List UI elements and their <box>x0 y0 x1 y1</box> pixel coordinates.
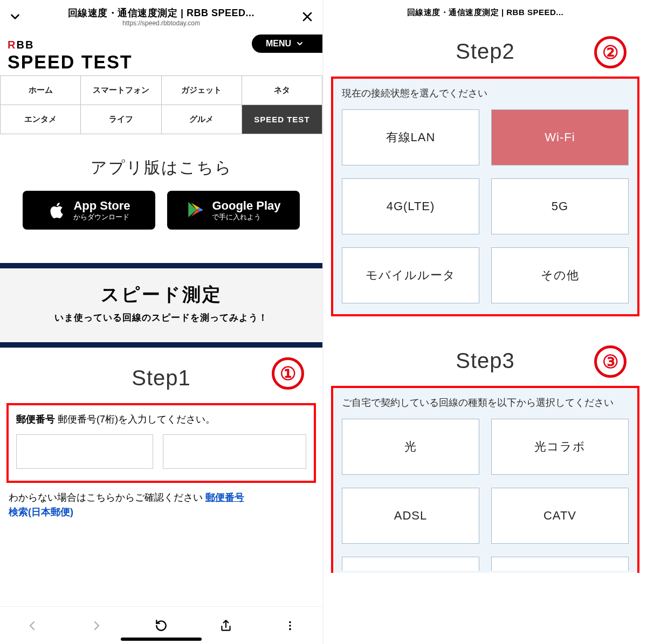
line-type-option[interactable]: 光コラボ <box>491 419 629 475</box>
divider-bar <box>0 263 322 268</box>
appstore-line1: App Store <box>73 199 130 213</box>
share-button[interactable] <box>218 618 234 634</box>
page-title: 回線速度・通信速度測定 | RBB SPEED... <box>25 6 298 19</box>
zip-help-text: わからない場合はこちらからご確認ください 郵便番号検索(日本郵便) <box>0 483 322 520</box>
annotation-badge-3: ③ <box>594 345 627 378</box>
line-type-option[interactable]: 光 <box>342 419 479 475</box>
option-button-partial[interactable] <box>491 557 629 571</box>
appstore-line2: からダウンロード <box>73 213 130 221</box>
back-button[interactable] <box>24 618 40 634</box>
googleplay-button[interactable]: Google Play で手に入れよう <box>167 191 300 230</box>
nav-item[interactable]: ネタ <box>242 76 322 105</box>
page-title-right: 回線速度・通信速度測定 | RBB SPEED... <box>324 0 647 21</box>
step2-box: 現在の接続状態を選んでください 有線LANWi-Fi4G(LTE)5Gモバイルル… <box>331 77 639 316</box>
reload-button[interactable] <box>153 618 169 634</box>
step3-prompt: ご自宅で契約している回線の種類を以下から選択してください <box>342 396 629 410</box>
nav-item[interactable]: ホーム <box>1 76 81 105</box>
nav-item[interactable]: ガジェット <box>162 76 242 105</box>
nav-item[interactable]: エンタメ <box>1 105 81 134</box>
zip-label: 郵便番号 郵便番号(7桁)を入力してください。 <box>16 413 306 426</box>
googleplay-icon <box>186 200 205 220</box>
nav-item[interactable]: ライフ <box>81 105 161 134</box>
apple-icon <box>47 200 67 220</box>
zip-lookup-link[interactable]: 郵便番号 <box>205 492 244 503</box>
step3-box: ご自宅で契約している回線の種類を以下から選択してください 光光コラボADSLCA… <box>331 386 639 573</box>
divider-bar <box>0 342 322 348</box>
connection-option[interactable]: その他 <box>491 247 629 303</box>
zip-input-2[interactable] <box>163 434 306 469</box>
connection-option[interactable]: モバイルルータ <box>342 247 479 303</box>
googleplay-line1: Google Play <box>212 199 280 213</box>
annotation-badge-1: ① <box>272 357 304 390</box>
browser-topbar: 回線速度・通信速度測定 | RBB SPEED... https://speed… <box>0 0 322 31</box>
line-type-option[interactable]: CATV <box>491 488 629 544</box>
home-indicator <box>121 638 202 641</box>
line-type-option[interactable]: ADSL <box>342 488 479 544</box>
nav-item[interactable]: SPEED TEST <box>242 105 322 134</box>
connection-option[interactable]: 5G <box>491 178 629 234</box>
connection-option[interactable]: Wi-Fi <box>491 109 629 165</box>
svg-point-1 <box>289 625 291 627</box>
option-button-partial[interactable] <box>342 557 479 571</box>
menu-label: MENU <box>266 39 291 49</box>
nav-item[interactable]: スマートフォン <box>81 76 161 105</box>
collapse-chevron[interactable] <box>5 10 25 24</box>
annotation-badge-2: ② <box>594 36 627 68</box>
zip-input-1[interactable] <box>16 434 153 469</box>
nav-item[interactable]: グルメ <box>162 105 242 134</box>
svg-point-0 <box>289 621 291 623</box>
googleplay-line2: で手に入れよう <box>212 213 280 221</box>
speed-subtitle: いま使っている回線のスピードを測ってみよう！ <box>5 311 317 324</box>
connection-option[interactable]: 4G(LTE) <box>342 178 479 234</box>
forward-button[interactable] <box>88 618 105 634</box>
svg-point-2 <box>289 628 291 630</box>
logo-line2: SPEED TEST <box>8 51 315 73</box>
nav-grid: ホームスマートフォンガジェットネタエンタメライフグルメSPEED TEST <box>0 75 322 134</box>
speed-title: スピード測定 <box>5 282 317 307</box>
app-heading: アプリ版はこちら <box>11 157 312 179</box>
step1-box: 郵便番号 郵便番号(7桁)を入力してください。 <box>6 403 316 483</box>
menu-button[interactable]: MENU <box>252 34 322 53</box>
more-button[interactable] <box>282 618 298 634</box>
page-url: https://speed.rbbtoday.com <box>25 19 298 27</box>
close-button[interactable] <box>298 10 317 23</box>
appstore-button[interactable]: App Store からダウンロード <box>23 191 155 230</box>
connection-option[interactable]: 有線LAN <box>342 109 479 165</box>
step2-prompt: 現在の接続状態を選んでください <box>342 86 629 101</box>
chevron-down-icon <box>295 39 304 48</box>
